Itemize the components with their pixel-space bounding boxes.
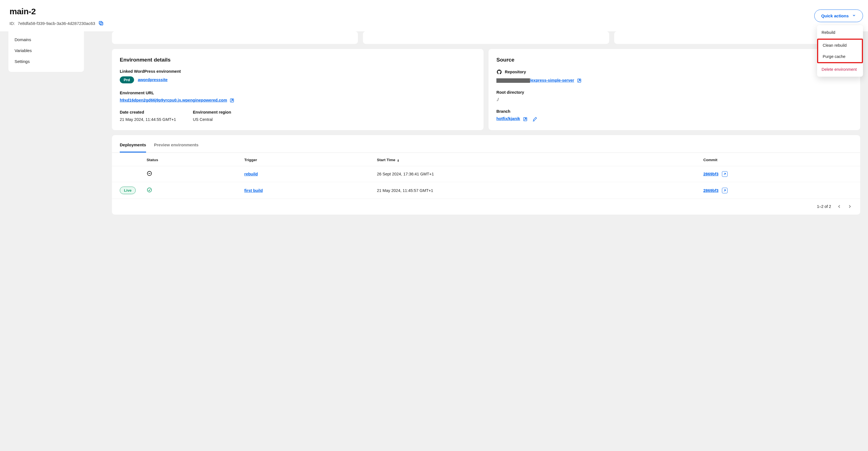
table-row[interactable]: rebuild 26 Sept 2024, 17:36:41 GMT+1 286… — [112, 166, 860, 182]
source-card: Source Repository /express-simple-server… — [489, 49, 860, 130]
live-badge: Live — [120, 187, 136, 194]
env-url-link[interactable]: h9xd16dpen2gd66j9p9yrcpu0.js.wpenginepow… — [120, 98, 227, 102]
start-time-value: 26 Sept 2024, 17:36:41 GMT+1 — [377, 172, 434, 176]
environment-details-card: Environment details Linked WordPress env… — [112, 49, 484, 130]
edit-branch-button[interactable] — [532, 117, 537, 122]
env-details-title: Environment details — [120, 57, 476, 63]
id-value: 7e8dfa58-f339-9acb-3a36-4d287230ac63 — [18, 21, 95, 26]
redacted-repo-owner — [496, 78, 530, 83]
deployments-table: Status Trigger Start Time Commit rebuild… — [112, 153, 860, 199]
date-created-value: 21 May 2024, 11:44:55 GMT+1 — [120, 117, 176, 122]
svg-rect-1 — [99, 21, 102, 24]
root-dir-value: ./ — [496, 97, 852, 102]
external-link-icon[interactable] — [523, 117, 527, 121]
tab-deployments[interactable]: Deployments — [120, 142, 146, 153]
status-success-icon — [147, 187, 152, 193]
external-link-icon[interactable] — [230, 98, 234, 103]
quick-actions-button[interactable]: Quick actions — [814, 9, 863, 22]
tab-preview-environments[interactable]: Preview environments — [154, 142, 198, 153]
linked-wp-label: Linked WordPress environment — [120, 69, 476, 73]
col-trigger[interactable]: Trigger — [240, 153, 373, 166]
external-link-icon[interactable] — [577, 78, 582, 83]
sort-desc-icon — [397, 159, 400, 162]
commit-link[interactable]: 2869bf3 — [704, 188, 719, 193]
env-url-label: Environment URL — [120, 91, 476, 95]
quick-actions-menu: Rebuild Clean rebuild Purge cache Delete… — [817, 25, 863, 77]
stat-card — [363, 31, 609, 44]
root-dir-label: Root directory — [496, 90, 852, 95]
table-row[interactable]: Live first build 21 May 2024, 11:45:57 G… — [112, 182, 860, 199]
page-title: main-2 — [9, 7, 859, 16]
quick-actions-label: Quick actions — [821, 13, 849, 18]
menu-item-delete-environment[interactable]: Delete environment — [817, 64, 863, 75]
id-label: ID: — [9, 21, 15, 26]
region-label: Environment region — [193, 110, 231, 115]
source-title: Source — [496, 57, 852, 63]
repo-link[interactable]: /express-simple-server — [530, 78, 574, 83]
stat-card — [112, 31, 358, 44]
sidebar: Domains Variables Settings — [8, 31, 84, 72]
copy-id-button[interactable] — [98, 20, 104, 26]
next-page-button[interactable] — [847, 204, 852, 209]
status-cancelled-icon — [147, 171, 152, 176]
sidebar-item-domains[interactable]: Domains — [8, 34, 84, 45]
menu-item-purge-cache[interactable]: Purge cache — [818, 51, 862, 62]
region-value: US Central — [193, 117, 231, 122]
sidebar-item-settings[interactable]: Settings — [8, 56, 84, 67]
start-time-value: 21 May 2024, 11:45:57 GMT+1 — [377, 188, 433, 193]
highlighted-menu-region: Clean rebuild Purge cache — [817, 39, 863, 63]
sidebar-item-variables[interactable]: Variables — [8, 45, 84, 56]
external-link-icon[interactable] — [722, 188, 727, 193]
external-link-icon[interactable] — [722, 171, 727, 177]
github-icon — [496, 69, 502, 75]
wp-site-link[interactable]: awordpresssite — [138, 77, 167, 82]
date-created-label: Date created — [120, 110, 176, 115]
deployments-card: Deployments Preview environments Status … — [112, 135, 860, 215]
svg-rect-0 — [100, 22, 103, 25]
pagination-text: 1–2 of 2 — [817, 204, 831, 209]
prd-badge: Prd — [120, 76, 134, 84]
col-start-time[interactable]: Start Time — [373, 153, 700, 166]
repository-label: Repository — [505, 70, 526, 74]
prev-page-button[interactable] — [837, 204, 842, 209]
menu-item-rebuild[interactable]: Rebuild — [817, 27, 863, 38]
col-status[interactable]: Status — [143, 153, 240, 166]
branch-link[interactable]: hotfix/kjanik — [496, 117, 520, 121]
chevron-down-icon — [852, 13, 856, 18]
branch-label: Branch — [496, 109, 852, 114]
svg-point-7 — [148, 188, 152, 192]
commit-link[interactable]: 2869bf3 — [704, 172, 719, 176]
trigger-link[interactable]: rebuild — [244, 172, 258, 176]
trigger-link[interactable]: first build — [244, 188, 263, 193]
col-commit[interactable]: Commit — [700, 153, 860, 166]
menu-item-clean-rebuild[interactable]: Clean rebuild — [818, 40, 862, 51]
